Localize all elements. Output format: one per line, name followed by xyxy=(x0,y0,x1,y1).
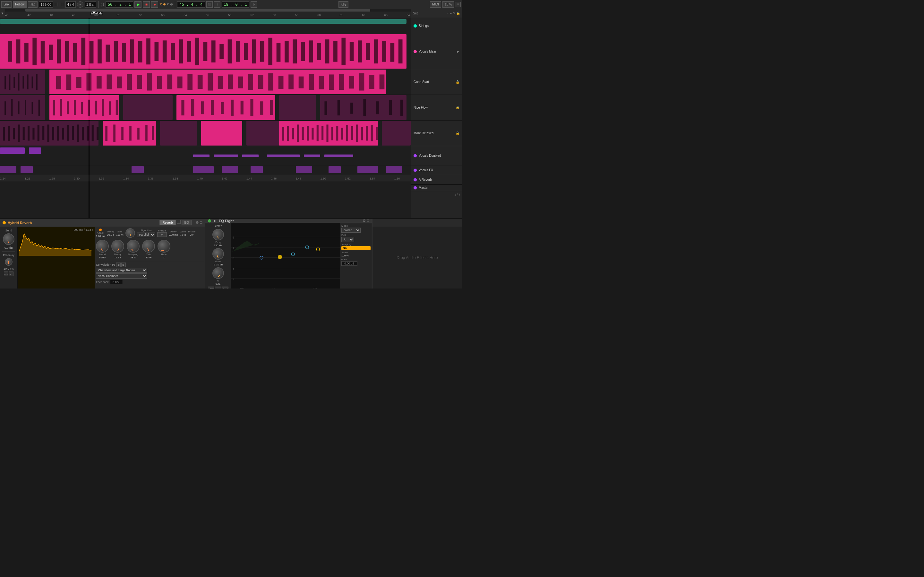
clip-nice-flow-5[interactable] xyxy=(279,95,316,120)
clip-vd-8[interactable] xyxy=(325,155,353,157)
track-list-item-vocals-doubled[interactable]: Vocals Doubled xyxy=(411,146,462,165)
collapse-btn[interactable]: ▼ xyxy=(0,9,5,18)
freq-knob[interactable] xyxy=(212,229,224,240)
reverb-sync-btn[interactable]: ⅄ xyxy=(9,271,13,276)
set-btn-3[interactable]: ✎ xyxy=(453,11,456,15)
quantize-display[interactable]: 1 Bar xyxy=(85,1,96,8)
predelay-knob[interactable] xyxy=(5,258,13,266)
clip-nice-flow-4[interactable] xyxy=(176,95,275,120)
clip-vd-3[interactable] xyxy=(193,155,210,157)
tab-eq[interactable]: EQ xyxy=(182,220,192,226)
clip-fx-2[interactable] xyxy=(21,166,33,173)
clip-more-relaxed-1[interactable] xyxy=(0,121,99,145)
menu-button[interactable]: ≡ xyxy=(456,2,461,7)
track-lock-nice-flow[interactable]: 🔒 xyxy=(456,106,459,109)
band-type-btn-1[interactable] xyxy=(208,287,214,288)
meter-display[interactable]: 4 / 4 xyxy=(65,1,75,8)
clip-vd-7[interactable] xyxy=(304,155,320,157)
loop-start-display[interactable]: 45 . 4 . 4 xyxy=(177,1,205,8)
clip-fx-3[interactable] xyxy=(132,166,144,173)
clip-strings-main[interactable] xyxy=(0,19,407,24)
clip-vd-6[interactable] xyxy=(267,155,300,157)
follow-button[interactable]: Follow xyxy=(13,1,27,8)
stop-button[interactable]: ■ xyxy=(143,1,150,8)
ir-next-btn[interactable]: ▶ xyxy=(121,263,126,267)
ir-preset-select[interactable]: Vocal Chamber xyxy=(96,274,147,279)
tab-reverb[interactable]: Reverb xyxy=(160,220,176,226)
set-btn-2[interactable]: ↩ xyxy=(450,11,452,15)
eq-display[interactable]: 6 3 0 -3 -6 100 1k 10k xyxy=(231,223,340,288)
loop-btn-2[interactable]: ⊙ xyxy=(250,1,257,8)
track-list-item-vocals-main[interactable]: Vocals Main ▶ xyxy=(411,34,462,69)
position-display[interactable]: 50 . 2 . 1 xyxy=(105,1,133,8)
clip-more-relaxed-3[interactable] xyxy=(160,121,197,145)
quantize-knob[interactable]: ● xyxy=(77,1,83,8)
loop-end-display[interactable]: 18 . 0 . 1 xyxy=(222,1,249,8)
track-content-vocals-doubled[interactable] xyxy=(0,146,411,165)
track-list-item-master[interactable]: Master xyxy=(411,185,462,191)
track-content-good-start[interactable] xyxy=(0,69,411,95)
reverb-waveform[interactable]: 290 ms / 1.34 s xyxy=(18,227,95,288)
clip-vd-5[interactable] xyxy=(242,155,258,157)
send-knob[interactable] xyxy=(3,234,15,245)
drop-zone-content[interactable]: Drop Audio Effects Here xyxy=(373,227,462,288)
clip-vocals-main[interactable] xyxy=(0,34,407,69)
clip-vd-4[interactable] xyxy=(214,155,238,157)
track-list-item-good-start[interactable]: Good Start 🔒 xyxy=(411,69,462,95)
adapt-q-on-badge[interactable]: On xyxy=(341,246,371,250)
reverb-maximize-icon[interactable]: ⊡ xyxy=(200,221,202,225)
clip-fx-6[interactable] xyxy=(250,166,263,173)
q-knob[interactable] xyxy=(212,268,224,279)
record-button[interactable]: ● xyxy=(151,1,158,8)
metronome-btn[interactable]: ♩ xyxy=(214,1,220,8)
ir-prev-btn[interactable]: ◀ xyxy=(116,263,121,267)
clip-nice-flow-3[interactable] xyxy=(123,95,173,120)
reverb-settings-icon[interactable]: ⚙ xyxy=(196,221,199,225)
band-type-btn-2[interactable] xyxy=(215,287,221,288)
track-content-vocals-fx[interactable] xyxy=(0,165,411,175)
track-content-strings[interactable] xyxy=(0,18,411,34)
clip-more-relaxed-5[interactable] xyxy=(246,121,279,145)
clip-fx-8[interactable] xyxy=(328,166,341,173)
algorithm-select[interactable]: Parallel Serial xyxy=(137,232,155,237)
rate-knob[interactable] xyxy=(158,240,170,253)
set-btn-1[interactable]: ○ xyxy=(447,11,449,15)
clip-fx-4[interactable] xyxy=(193,166,214,173)
clip-vd-2[interactable] xyxy=(29,147,41,154)
gain-knob[interactable] xyxy=(212,248,224,259)
eq-maximize-icon[interactable]: ⊡ xyxy=(367,219,369,223)
bpm-display[interactable]: 129.00 xyxy=(39,1,53,8)
clip-fx-5[interactable] xyxy=(222,166,238,173)
track-list-item-more-relaxed[interactable]: More Relaxed 🔒 xyxy=(411,121,462,146)
clip-more-relaxed-4[interactable] xyxy=(201,121,242,145)
clip-fx-7[interactable] xyxy=(296,166,312,173)
track-arrow-vocals-main[interactable]: ▶ xyxy=(457,50,459,53)
track-list-item-nice-flow[interactable]: Nice Flow 🔒 xyxy=(411,95,462,121)
band-type-btn-3[interactable] xyxy=(222,287,228,288)
damping-knob[interactable] xyxy=(127,240,140,253)
ir-category-select[interactable]: Chambers and Large Rooms xyxy=(96,268,147,273)
clip-fx-1[interactable] xyxy=(0,166,16,173)
tap-button[interactable]: Tap xyxy=(28,1,37,8)
eq-settings-icon[interactable]: ⚙ xyxy=(363,219,366,223)
blend-knob[interactable] xyxy=(96,240,109,253)
track-content-vocals-main[interactable] xyxy=(0,34,411,69)
decay2-knob[interactable] xyxy=(111,240,124,253)
track-list-item-vocals-fx[interactable]: Vocals FX xyxy=(411,165,462,175)
link-button[interactable]: Link xyxy=(1,1,11,8)
loop-btn[interactable]: ⬛ xyxy=(206,1,213,8)
clip-more-relaxed-7[interactable] xyxy=(382,121,411,145)
timeline-ruler[interactable]: ▼ 46 47 48 49 xyxy=(0,9,411,18)
freeze-btn[interactable]: ❄ xyxy=(157,232,167,237)
clip-more-relaxed-6[interactable] xyxy=(279,121,378,145)
tide-knob[interactable] xyxy=(142,240,155,253)
eq-play-icon[interactable]: ▶ xyxy=(213,219,217,223)
eq-mode-select[interactable]: Stereo L/R M/S xyxy=(341,227,360,233)
play-button[interactable]: ▶ xyxy=(134,1,142,8)
clip-good-start-2[interactable] xyxy=(49,69,386,94)
track-lock-more-relaxed[interactable]: 🔒 xyxy=(456,131,459,135)
algorithm-knob[interactable] xyxy=(126,228,135,238)
zoom-display[interactable]: 15 % xyxy=(443,1,454,8)
clip-fx-10[interactable] xyxy=(386,166,402,173)
track-list-item-strings[interactable]: Strings xyxy=(411,18,462,34)
